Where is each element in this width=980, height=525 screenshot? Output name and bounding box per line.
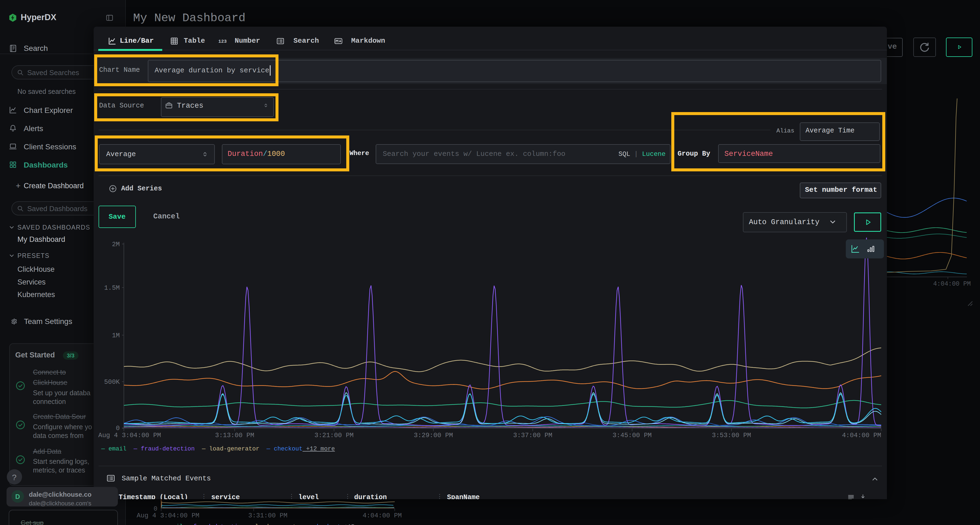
svg-text:1M: 1M: [112, 332, 120, 339]
svg-text:3:29:00 PM: 3:29:00 PM: [414, 432, 453, 439]
svg-text:3:37:00 PM: 3:37:00 PM: [513, 432, 552, 439]
svg-text:3:31:00 PM: 3:31:00 PM: [248, 512, 288, 519]
svg-text:3:13:00 PM: 3:13:00 PM: [215, 432, 254, 439]
svg-text:500K: 500K: [104, 378, 120, 386]
svg-text:4:04:00 PM: 4:04:00 PM: [363, 512, 402, 519]
svg-text:0: 0: [154, 505, 158, 512]
svg-text:4:04:00 PM: 4:04:00 PM: [933, 281, 971, 287]
svg-text:4:04:00 PM: 4:04:00 PM: [842, 432, 881, 439]
svg-text:0: 0: [116, 425, 120, 432]
svg-text:1.5M: 1.5M: [104, 284, 120, 292]
svg-text:3:21:00 PM: 3:21:00 PM: [314, 432, 354, 439]
svg-text:3:45:00 PM: 3:45:00 PM: [612, 432, 652, 439]
svg-text:Aug 4 3:04:00 PM: Aug 4 3:04:00 PM: [137, 512, 199, 519]
svg-text:3:53:00 PM: 3:53:00 PM: [712, 432, 751, 439]
svg-text:Aug 4 3:04:00 PM: Aug 4 3:04:00 PM: [98, 432, 161, 439]
svg-text:2M: 2M: [112, 241, 120, 248]
